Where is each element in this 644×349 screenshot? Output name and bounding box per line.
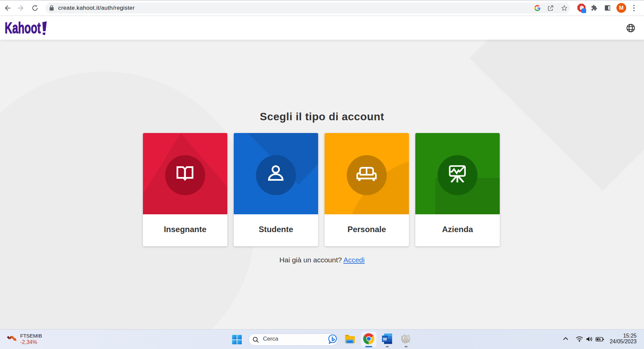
svg-text:W: W <box>383 337 387 342</box>
svg-text:Kahoot: Kahoot <box>5 19 41 37</box>
